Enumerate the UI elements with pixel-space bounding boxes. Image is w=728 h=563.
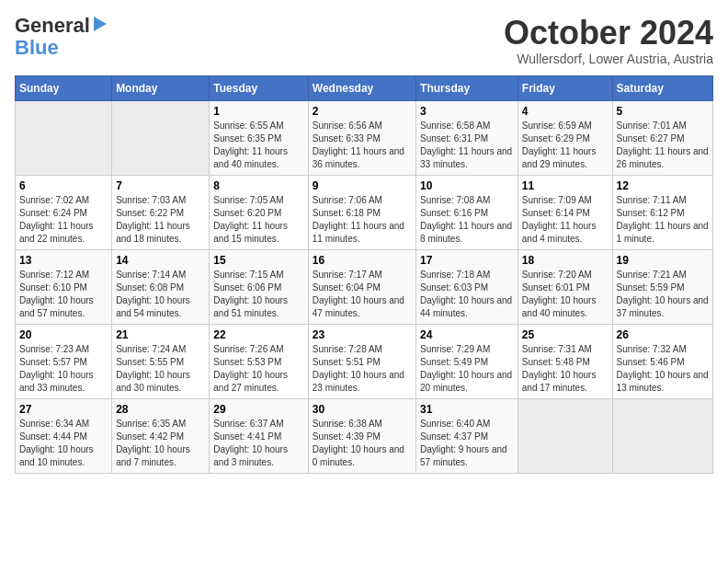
- day-details: Sunrise: 7:02 AMSunset: 6:24 PMDaylight:…: [19, 194, 108, 246]
- calendar-cell: 28Sunrise: 6:35 AMSunset: 4:42 PMDayligh…: [112, 398, 210, 473]
- calendar-week-row: 13Sunrise: 7:12 AMSunset: 6:10 PMDayligh…: [16, 249, 713, 324]
- day-details: Sunrise: 7:03 AMSunset: 6:22 PMDaylight:…: [116, 194, 205, 246]
- calendar-cell: 24Sunrise: 7:29 AMSunset: 5:49 PMDayligh…: [416, 324, 518, 398]
- day-number: 9: [313, 179, 412, 192]
- day-details: Sunrise: 6:35 AMSunset: 4:42 PMDaylight:…: [116, 418, 205, 469]
- day-number: 16: [313, 254, 412, 267]
- day-details: Sunrise: 7:21 AMSunset: 5:59 PMDaylight:…: [617, 269, 709, 320]
- day-number: 29: [213, 403, 303, 416]
- logo-text-blue: Blue: [15, 37, 59, 59]
- day-details: Sunrise: 7:31 AMSunset: 5:48 PMDaylight:…: [522, 343, 609, 395]
- day-details: Sunrise: 7:23 AMSunset: 5:57 PMDaylight:…: [19, 343, 108, 395]
- day-details: Sunrise: 6:55 AMSunset: 6:35 PMDaylight:…: [213, 120, 303, 171]
- calendar-cell: 26Sunrise: 7:32 AMSunset: 5:46 PMDayligh…: [612, 324, 712, 398]
- day-number: 7: [116, 179, 205, 192]
- calendar-cell: 4Sunrise: 6:59 AMSunset: 6:29 PMDaylight…: [518, 100, 612, 175]
- calendar-week-row: 27Sunrise: 6:34 AMSunset: 4:44 PMDayligh…: [16, 398, 713, 473]
- day-details: Sunrise: 7:15 AMSunset: 6:06 PMDaylight:…: [213, 269, 303, 320]
- calendar-cell: [612, 398, 712, 473]
- day-details: Sunrise: 7:26 AMSunset: 5:53 PMDaylight:…: [213, 343, 303, 395]
- calendar-cell: 23Sunrise: 7:28 AMSunset: 5:51 PMDayligh…: [308, 324, 415, 398]
- day-number: 11: [522, 179, 609, 192]
- day-details: Sunrise: 7:32 AMSunset: 5:46 PMDaylight:…: [617, 343, 709, 395]
- day-number: 8: [213, 179, 303, 192]
- day-number: 13: [19, 254, 108, 267]
- calendar-cell: 21Sunrise: 7:24 AMSunset: 5:55 PMDayligh…: [112, 324, 210, 398]
- logo-text-general: General: [15, 15, 90, 37]
- day-number: 6: [19, 179, 108, 192]
- day-number: 19: [617, 254, 709, 267]
- day-of-week-header: Saturday: [612, 75, 712, 100]
- day-number: 27: [19, 403, 108, 416]
- calendar-cell: 9Sunrise: 7:06 AMSunset: 6:18 PMDaylight…: [308, 175, 415, 249]
- day-of-week-header: Monday: [112, 75, 210, 100]
- calendar-cell: 6Sunrise: 7:02 AMSunset: 6:24 PMDaylight…: [16, 175, 112, 249]
- day-number: 5: [617, 105, 709, 118]
- day-number: 22: [213, 328, 303, 341]
- calendar-cell: 15Sunrise: 7:15 AMSunset: 6:06 PMDayligh…: [210, 249, 308, 324]
- calendar-cell: 13Sunrise: 7:12 AMSunset: 6:10 PMDayligh…: [16, 249, 112, 324]
- calendar-week-row: 6Sunrise: 7:02 AMSunset: 6:24 PMDaylight…: [16, 175, 713, 249]
- day-number: 3: [420, 105, 514, 118]
- day-details: Sunrise: 6:58 AMSunset: 6:31 PMDaylight:…: [420, 120, 514, 171]
- calendar-body: 1Sunrise: 6:55 AMSunset: 6:35 PMDaylight…: [16, 100, 713, 473]
- day-number: 25: [522, 328, 609, 341]
- day-details: Sunrise: 7:09 AMSunset: 6:14 PMDaylight:…: [522, 194, 609, 246]
- day-number: 2: [313, 105, 412, 118]
- day-number: 1: [213, 105, 303, 118]
- day-details: Sunrise: 7:11 AMSunset: 6:12 PMDaylight:…: [617, 194, 709, 246]
- day-number: 24: [420, 328, 514, 341]
- day-details: Sunrise: 7:29 AMSunset: 5:49 PMDaylight:…: [420, 343, 514, 395]
- day-details: Sunrise: 7:20 AMSunset: 6:01 PMDaylight:…: [522, 269, 609, 320]
- day-of-week-header: Friday: [518, 75, 612, 100]
- calendar-cell: 17Sunrise: 7:18 AMSunset: 6:03 PMDayligh…: [416, 249, 518, 324]
- day-details: Sunrise: 7:28 AMSunset: 5:51 PMDaylight:…: [313, 343, 412, 395]
- day-number: 31: [420, 403, 514, 416]
- day-of-week-header: Sunday: [16, 75, 112, 100]
- day-number: 28: [116, 403, 205, 416]
- calendar-cell: 2Sunrise: 6:56 AMSunset: 6:33 PMDaylight…: [308, 100, 415, 175]
- day-number: 30: [313, 403, 412, 416]
- calendar-cell: 3Sunrise: 6:58 AMSunset: 6:31 PMDaylight…: [416, 100, 518, 175]
- day-details: Sunrise: 6:38 AMSunset: 4:39 PMDaylight:…: [313, 418, 412, 469]
- month-title: October 2024: [504, 15, 713, 52]
- calendar-cell: 8Sunrise: 7:05 AMSunset: 6:20 PMDaylight…: [210, 175, 308, 249]
- logo-arrow-icon: [94, 17, 107, 31]
- day-number: 15: [213, 254, 303, 267]
- day-details: Sunrise: 6:37 AMSunset: 4:41 PMDaylight:…: [213, 418, 303, 469]
- title-area: October 2024 Wullersdorf, Lower Austria,…: [504, 15, 713, 66]
- calendar-cell: 18Sunrise: 7:20 AMSunset: 6:01 PMDayligh…: [518, 249, 612, 324]
- calendar-cell: 11Sunrise: 7:09 AMSunset: 6:14 PMDayligh…: [518, 175, 612, 249]
- day-number: 18: [522, 254, 609, 267]
- day-details: Sunrise: 7:17 AMSunset: 6:04 PMDaylight:…: [313, 269, 412, 320]
- calendar-cell: 10Sunrise: 7:08 AMSunset: 6:16 PMDayligh…: [416, 175, 518, 249]
- calendar-cell: 16Sunrise: 7:17 AMSunset: 6:04 PMDayligh…: [308, 249, 415, 324]
- day-details: Sunrise: 6:40 AMSunset: 4:37 PMDaylight:…: [420, 418, 514, 469]
- calendar-cell: 12Sunrise: 7:11 AMSunset: 6:12 PMDayligh…: [612, 175, 712, 249]
- location-title: Wullersdorf, Lower Austria, Austria: [504, 52, 713, 66]
- calendar-header-row: SundayMondayTuesdayWednesdayThursdayFrid…: [16, 75, 713, 100]
- page-header: General Blue October 2024 Wullersdorf, L…: [15, 15, 713, 66]
- day-details: Sunrise: 7:14 AMSunset: 6:08 PMDaylight:…: [116, 269, 205, 320]
- day-of-week-header: Wednesday: [308, 75, 415, 100]
- calendar-cell: 19Sunrise: 7:21 AMSunset: 5:59 PMDayligh…: [612, 249, 712, 324]
- day-number: 21: [116, 328, 205, 341]
- day-details: Sunrise: 7:12 AMSunset: 6:10 PMDaylight:…: [19, 269, 108, 320]
- day-number: 14: [116, 254, 205, 267]
- day-details: Sunrise: 7:08 AMSunset: 6:16 PMDaylight:…: [420, 194, 514, 246]
- day-number: 17: [420, 254, 514, 267]
- day-number: 20: [19, 328, 108, 341]
- day-details: Sunrise: 6:34 AMSunset: 4:44 PMDaylight:…: [19, 418, 108, 469]
- day-details: Sunrise: 7:24 AMSunset: 5:55 PMDaylight:…: [116, 343, 205, 395]
- calendar-cell: 20Sunrise: 7:23 AMSunset: 5:57 PMDayligh…: [16, 324, 112, 398]
- calendar-cell: 27Sunrise: 6:34 AMSunset: 4:44 PMDayligh…: [16, 398, 112, 473]
- calendar-week-row: 1Sunrise: 6:55 AMSunset: 6:35 PMDaylight…: [16, 100, 713, 175]
- day-number: 10: [420, 179, 514, 192]
- day-of-week-header: Tuesday: [210, 75, 308, 100]
- calendar-cell: 29Sunrise: 6:37 AMSunset: 4:41 PMDayligh…: [210, 398, 308, 473]
- calendar-cell: 5Sunrise: 7:01 AMSunset: 6:27 PMDaylight…: [612, 100, 712, 175]
- calendar-table: SundayMondayTuesdayWednesdayThursdayFrid…: [15, 75, 713, 474]
- day-number: 23: [313, 328, 412, 341]
- day-number: 12: [617, 179, 709, 192]
- day-number: 4: [522, 105, 609, 118]
